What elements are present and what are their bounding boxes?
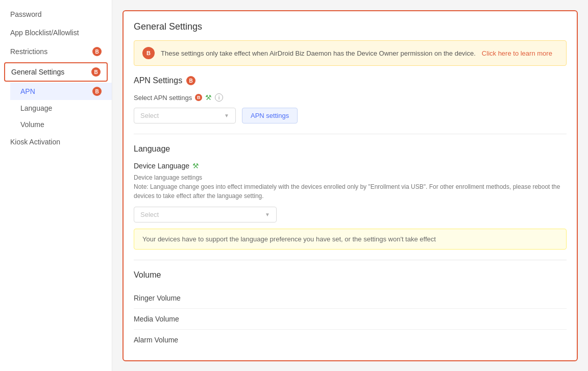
sidebar-item-label: Restrictions <box>10 47 47 56</box>
info-icon[interactable]: i <box>215 93 223 102</box>
main-panel: General Settings B These settings only t… <box>122 10 578 361</box>
sidebar-item-label: APN <box>20 87 35 95</box>
list-item: Ringer Volume <box>134 288 567 309</box>
sidebar-item-label: Language <box>20 104 52 112</box>
alarm-volume-label: Alarm Volume <box>134 336 178 344</box>
general-settings-badge: B <box>91 67 101 77</box>
apn-section-badge: B <box>186 76 195 85</box>
sidebar-item-label: App Blocklist/Allowlist <box>10 29 79 37</box>
android-icon-lang: ⚒ <box>192 162 199 170</box>
sidebar-item-apn[interactable]: APN B <box>10 83 112 100</box>
info-banner: B These settings only take effect when A… <box>134 40 567 66</box>
list-item: Alarm Volume <box>134 330 567 350</box>
sidebar-item-language[interactable]: Language <box>10 100 112 116</box>
language-section-title: Language <box>134 144 567 154</box>
apn-select-row: Select ▼ APN settings <box>134 108 567 123</box>
language-select-dropdown[interactable]: Select ▼ <box>134 207 277 222</box>
sidebar-item-volume[interactable]: Volume <box>10 116 112 133</box>
learn-more-link[interactable]: Click here to learn more <box>482 50 552 57</box>
sidebar-item-label: Password <box>10 10 41 18</box>
device-language-label: Device Language ⚒ <box>134 162 567 170</box>
apn-select-dropdown[interactable]: Select ▼ <box>134 108 236 123</box>
apn-field-label: Select APN settings B ⚒ i <box>134 93 223 102</box>
list-item: Media Volume <box>134 309 567 330</box>
volume-section: Volume Ringer Volume Media Volume Alarm … <box>134 270 567 350</box>
language-section: Language Device Language ⚒ Device langua… <box>134 144 567 250</box>
apn-badge: B <box>92 87 102 96</box>
language-select-placeholder: Select <box>140 211 159 218</box>
sidebar-item-label: Kiosk Activation <box>10 138 60 146</box>
sidebar-subitems: APN B Language Volume <box>0 83 112 133</box>
section-divider-2 <box>134 260 567 260</box>
page-title: General Settings <box>134 21 567 32</box>
volume-section-title: Volume <box>134 270 567 280</box>
daemon-icon: B <box>142 47 155 59</box>
apn-settings-button[interactable]: APN settings <box>242 108 298 123</box>
apn-select-placeholder: Select <box>140 112 159 119</box>
sidebar: Password App Blocklist/Allowlist Restric… <box>0 0 112 371</box>
language-warning-box: Your devices have to support the languag… <box>134 229 567 250</box>
main-content: General Settings B These settings only t… <box>112 0 588 371</box>
sidebar-item-label: Volume <box>20 120 44 129</box>
apn-field-badge: B <box>195 94 202 101</box>
sidebar-item-kiosk-activation[interactable]: Kiosk Activation <box>0 133 112 151</box>
apn-section-title: APN Settings B <box>134 76 567 85</box>
media-volume-label: Media Volume <box>134 315 179 323</box>
apn-section: APN Settings B Select APN settings B ⚒ i… <box>134 76 567 123</box>
sidebar-item-app-blocklist[interactable]: App Blocklist/Allowlist <box>0 23 112 42</box>
ringer-volume-label: Ringer Volume <box>134 294 181 302</box>
apn-field-row: Select APN settings B ⚒ i <box>134 93 567 102</box>
chevron-down-icon: ▼ <box>224 113 229 118</box>
sidebar-item-restrictions[interactable]: Restrictions B <box>0 42 112 61</box>
android-icon: ⚒ <box>205 93 212 102</box>
language-warning-text: Your devices have to support the languag… <box>142 235 436 243</box>
sidebar-item-general-settings[interactable]: General Settings B <box>4 62 108 82</box>
chevron-down-icon-lang: ▼ <box>265 212 270 217</box>
device-language-description: Device language settings Note: Language … <box>134 173 567 201</box>
sidebar-item-password[interactable]: Password <box>0 5 112 23</box>
restrictions-badge: B <box>92 47 102 56</box>
sidebar-item-label: General Settings <box>11 68 64 76</box>
info-banner-text: These settings only take effect when Air… <box>161 50 476 57</box>
section-divider-1 <box>134 134 567 134</box>
